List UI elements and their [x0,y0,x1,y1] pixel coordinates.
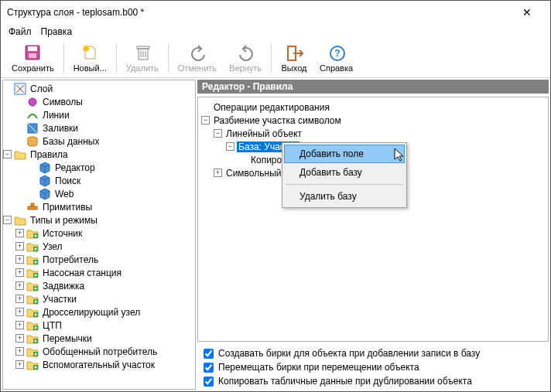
i-fplus-icon [26,332,39,345]
i-fplus-icon [26,254,39,266]
i-fplus-icon [26,346,39,358]
i-fplus-icon [26,227,39,240]
check-move-tags-box[interactable] [204,363,214,373]
expander-icon[interactable]: + [214,169,222,177]
tree-item-label: Перемычки [41,333,94,344]
tree-split[interactable]: −Разбиение участка символом [201,114,545,127]
delete-button[interactable]: Удалить [120,42,165,74]
tree-item-label: Web [53,189,75,199]
new-label: Новый... [74,63,107,73]
ctx-delete-base[interactable]: Удалить базу [284,187,405,206]
menu-edit[interactable]: Правка [41,26,73,37]
i-fill-icon [26,122,39,135]
tree-web[interactable]: Web [3,187,195,200]
check-create-tags[interactable]: Создавать бирки для объекта при добавлен… [204,348,542,359]
expander-icon[interactable]: − [214,129,222,138]
tree-databases[interactable]: Базы данных [3,135,195,148]
expander-icon[interactable]: − [226,142,234,151]
help-button[interactable]: Справка [313,42,359,74]
i-fplus-icon [26,359,39,371]
tree-search[interactable]: Поиск [3,174,195,187]
exit-button[interactable]: Выход [275,42,313,74]
tree-item-label: Источник [41,228,84,239]
tree-item-label: Линии [41,110,71,121]
ctx-add-base[interactable]: Добавить базу [284,163,405,182]
ctx-add-field[interactable]: Добавить поле [284,145,405,163]
tree-type-item[interactable]: +Перемычки [3,332,195,345]
check-copy-data-label: Копировать табличные данные при дублиров… [218,376,472,387]
expander-icon[interactable]: + [15,308,24,316]
tree-root[interactable]: Слой [3,82,195,95]
right-panel: Редактор - Правила Операции редактирован… [197,80,549,390]
expander-icon[interactable]: + [15,229,24,237]
tree-type-item[interactable]: +Источник [3,227,195,240]
exit-label: Выход [282,63,307,73]
undo-label: Отменить [178,63,217,73]
check-move-tags-label: Перемещать бирки при перемещении объекта [218,362,419,373]
save-button[interactable]: Сохранить [5,42,60,74]
redo-button[interactable]: Вернуть [223,42,268,74]
tree-fills[interactable]: Заливки [3,121,195,135]
tree-item-label: Символы [41,97,84,107]
tree-type-item[interactable]: +Участки [3,292,195,305]
tree-type-item[interactable]: +Потребитель [3,253,195,266]
new-icon [80,43,99,62]
check-copy-data[interactable]: Копировать табличные данные при дублиров… [204,376,542,387]
editor-tree-panel[interactable]: Операции редактирования−Разбиение участк… [197,97,549,342]
save-icon [23,43,42,62]
undo-button[interactable]: Отменить [172,42,223,74]
expander-icon[interactable]: + [15,334,24,343]
tree-ops[interactable]: Операции редактирования [201,101,545,114]
tree-symbols[interactable]: Символы [3,95,195,108]
expander-icon[interactable]: + [15,281,24,290]
separator [168,43,169,73]
i-cube-icon [39,175,51,187]
window-title: Структура слоя - teplosam.b00 * [7,7,510,18]
body: СлойСимволыЛинииЗаливкиБазы данных−Прави… [1,78,550,391]
separator [116,43,117,73]
i-layer-icon [14,83,26,95]
i-circle-icon [26,96,39,108]
expander-icon[interactable]: + [15,242,24,251]
check-create-tags-box[interactable] [204,349,214,359]
tree-type-item[interactable]: +ЦТП [3,319,195,332]
tree-type-item[interactable]: +Узел [3,240,195,253]
undo-icon [188,43,207,62]
tree-types[interactable]: −Типы и режимы [3,213,195,227]
tree-editor[interactable]: Редактор [3,161,195,174]
tree-type-item[interactable]: +Дросселирующий узел [3,305,195,319]
tree-type-item[interactable]: +Обобщенный потребитель [3,345,195,358]
new-button[interactable]: Новый... [67,42,113,74]
redo-icon [236,43,255,62]
check-copy-data-box[interactable] [204,377,214,387]
ctx-add-base-label: Добавить базу [299,167,362,178]
i-cube-icon [39,188,51,200]
tree-item-label: Операции редактирования [212,102,331,113]
expander-icon[interactable]: + [15,360,24,369]
tree-primitives[interactable]: Примитивы [3,200,195,213]
tree-rules[interactable]: −Правила [3,148,195,161]
i-fplus-icon [26,319,39,332]
menu-file[interactable]: Файл [9,26,32,37]
tree-item-label: Заливки [41,123,80,134]
expander-icon[interactable]: + [15,321,24,329]
tree-lines[interactable]: Линии [3,108,195,121]
tree-type-item[interactable]: +Задвижка [3,279,195,292]
expander-icon[interactable]: + [15,295,24,303]
expander-icon[interactable]: + [15,347,24,356]
tree-type-item[interactable]: +Вспомогательный участок [3,358,195,371]
i-fplus-icon [26,240,39,253]
expander-icon[interactable]: + [15,255,24,264]
expander-icon[interactable]: − [3,150,12,159]
left-tree-panel[interactable]: СлойСимволыЛинииЗаливкиБазы данных−Прави… [2,80,196,390]
expander-icon[interactable]: − [3,216,12,224]
expander-icon[interactable]: + [15,268,24,277]
context-menu: Добавить поле Добавить базу Удалить базу [282,142,407,208]
tree-type-item[interactable]: +Насосная станция [3,266,195,279]
help-icon [327,43,346,62]
close-icon[interactable]: ✕ [510,6,544,19]
check-move-tags[interactable]: Перемещать бирки при перемещении объекта [204,362,542,373]
expander-icon[interactable]: − [201,116,210,124]
ctx-separator [286,184,403,185]
tree-linear[interactable]: −Линейный объект [201,127,545,140]
